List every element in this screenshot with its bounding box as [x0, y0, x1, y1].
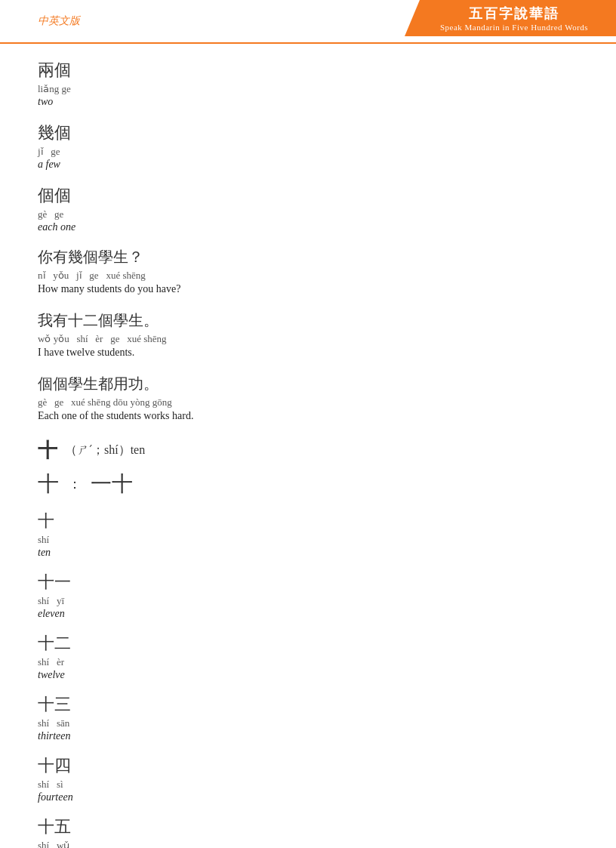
- num-chinese-14: 十四: [38, 754, 578, 777]
- title-english: Speak Mandarin in Five Hundred Words: [427, 23, 601, 32]
- character-section: 十 （ㄕˊ；shí）ten 十 ： 一十 十 shí ten 十一 shí yī…: [38, 437, 578, 848]
- num-entry-twelve: 十二 shí èr twelve: [38, 632, 578, 681]
- char-header: 十 （ㄕˊ；shí）ten: [38, 437, 578, 464]
- num-pinyin-11: shí yī: [38, 595, 578, 607]
- vocab-chinese-2: 幾個: [38, 122, 578, 144]
- num-chinese-15: 十五: [38, 816, 578, 838]
- num-entry-eleven: 十一 shí yī eleven: [38, 571, 578, 620]
- sentence-pinyin-1: nǐ yǒu jǐ ge xué shēng: [38, 270, 578, 282]
- header-title-box: 五百字說華語 Speak Mandarin in Five Hundred Wo…: [405, 0, 616, 36]
- num-chinese-12: 十二: [38, 632, 578, 655]
- vocab-pinyin-3: gè ge: [38, 208, 578, 220]
- sentence-chinese-1: 你有幾個學生？: [38, 247, 578, 267]
- stroke-sequence: 一十: [91, 470, 133, 498]
- num-english-14: fourteen: [38, 791, 578, 803]
- sentence-english-2: I have twelve students.: [38, 347, 578, 359]
- sentence-pinyin-2: wǒ yǒu shí èr ge xué shēng: [38, 333, 578, 345]
- num-english-12: twelve: [38, 669, 578, 681]
- sentence-english-3: Each one of the students works hard.: [38, 410, 578, 422]
- stroke-colon: ：: [68, 475, 82, 493]
- stroke-diagram: 十 ： 一十: [38, 470, 578, 498]
- vocab-entry-2: 幾個 jǐ ge a few: [38, 122, 578, 171]
- num-chinese-11: 十一: [38, 571, 578, 594]
- char-phonetic: （ㄕˊ；shí）ten: [65, 443, 145, 458]
- vocab-entry-1: 兩個 liǎng ge two: [38, 59, 578, 108]
- vocab-section: 兩個 liǎng ge two 幾個 jǐ ge a few 個個 gè ge …: [38, 59, 578, 233]
- char-large: 十: [38, 437, 57, 464]
- num-english-13: thirteen: [38, 730, 578, 742]
- num-pinyin-14: shí sì: [38, 779, 578, 791]
- num-chinese-13: 十三: [38, 693, 578, 716]
- vocab-pinyin-2: jǐ ge: [38, 146, 578, 158]
- sentence-chinese-3: 個個學生都用功。: [38, 374, 578, 394]
- sentence-1: 你有幾個學生？ nǐ yǒu jǐ ge xué shēng How many …: [38, 247, 578, 295]
- sentence-chinese-2: 我有十二個學生。: [38, 310, 578, 331]
- num-entry-fifteen: 十五 shí wǔ fifteen: [38, 816, 578, 848]
- vocab-entry-3: 個個 gè ge each one: [38, 184, 578, 233]
- title-chinese: 五百字說華語: [427, 5, 601, 23]
- num-pinyin-13: shí sān: [38, 717, 578, 729]
- sentence-english-1: How many students do you have?: [38, 283, 578, 295]
- main-content: 兩個 liǎng ge two 幾個 jǐ ge a few 個個 gè ge …: [0, 44, 616, 848]
- vocab-english-2: a few: [38, 159, 578, 171]
- subtitle-text: 中英文版: [38, 15, 80, 26]
- num-chinese-10: 十: [38, 510, 578, 532]
- vocab-english-1: two: [38, 96, 578, 108]
- header-subtitle: 中英文版: [38, 14, 80, 28]
- vocab-chinese-1: 兩個: [38, 59, 578, 82]
- num-pinyin-15: shí wǔ: [38, 840, 578, 848]
- vocab-pinyin-1: liǎng ge: [38, 83, 578, 95]
- num-pinyin-12: shí èr: [38, 656, 578, 668]
- page-header: 中英文版 五百字說華語 Speak Mandarin in Five Hundr…: [0, 0, 616, 44]
- num-pinyin-10: shí: [38, 534, 578, 546]
- num-entry-thirteen: 十三 shí sān thirteen: [38, 693, 578, 742]
- sentences-section: 你有幾個學生？ nǐ yǒu jǐ ge xué shēng How many …: [38, 247, 578, 422]
- stroke-char: 十: [38, 470, 59, 498]
- num-english-10: ten: [38, 547, 578, 559]
- num-entry-fourteen: 十四 shí sì fourteen: [38, 754, 578, 803]
- sentence-pinyin-3: gè ge xué shēng dōu yòng gōng: [38, 396, 578, 409]
- num-entry-ten: 十 shí ten: [38, 510, 578, 559]
- vocab-english-3: each one: [38, 221, 578, 233]
- sentence-2: 我有十二個學生。 wǒ yǒu shí èr ge xué shēng I ha…: [38, 310, 578, 359]
- num-english-11: eleven: [38, 608, 578, 620]
- sentence-3: 個個學生都用功。 gè ge xué shēng dōu yòng gōng E…: [38, 374, 578, 422]
- vocab-chinese-3: 個個: [38, 184, 578, 207]
